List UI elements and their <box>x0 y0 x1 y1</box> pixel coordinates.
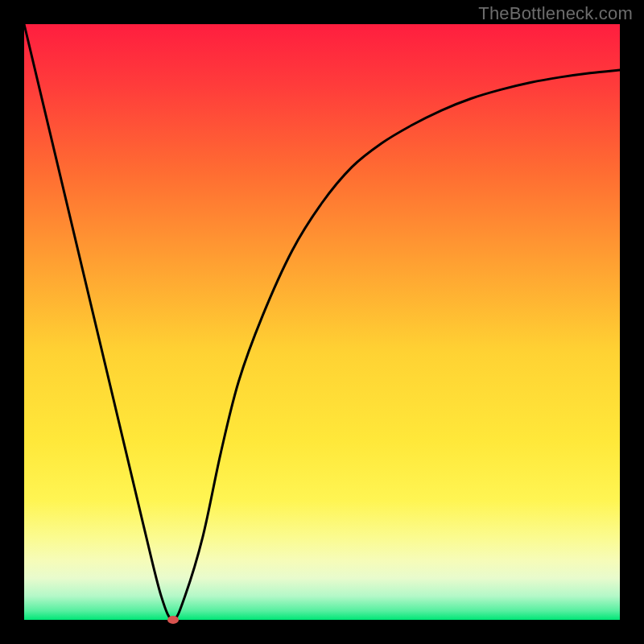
plot-background <box>24 24 620 620</box>
chart-svg <box>0 0 644 644</box>
watermark-text: TheBottleneck.com <box>478 3 633 24</box>
chart-frame: { "watermark": "TheBottleneck.com", "cha… <box>0 0 644 644</box>
optimum-marker <box>167 616 179 624</box>
